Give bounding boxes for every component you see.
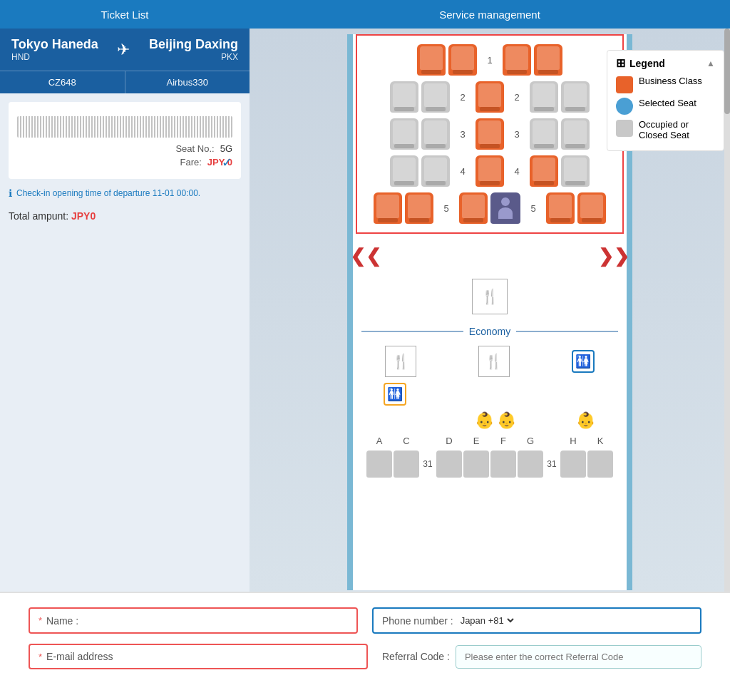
seat-3b[interactable] (421, 118, 450, 150)
seat-31e[interactable] (463, 451, 489, 478)
seat-3h[interactable] (530, 118, 558, 150)
seat-1h[interactable] (534, 44, 562, 76)
seat-31f[interactable] (490, 451, 516, 478)
seat-3g[interactable] (475, 118, 504, 150)
seat-1b[interactable] (448, 44, 477, 76)
seat-map-panel[interactable]: 1 2 2 (250, 29, 730, 592)
col-g: G (518, 436, 543, 446)
business-class-section: 1 2 2 (356, 34, 624, 234)
seat-4h[interactable] (561, 155, 590, 187)
seat-1g[interactable] (503, 44, 531, 76)
priority-icons: 👶 👶 (475, 411, 516, 430)
col-a: A (366, 436, 392, 446)
seat-row-5: 5 5 (361, 192, 618, 224)
seat-31h[interactable] (560, 451, 586, 478)
legend-box: ⊞ Legend ▲ Business Class Selected Seat … (607, 50, 724, 151)
seat-31d[interactable] (436, 451, 462, 478)
legend-gray-swatch (616, 120, 633, 137)
seat-3a[interactable] (390, 118, 418, 150)
info-icon: ℹ (9, 187, 12, 199)
exit-arrow-right-icon: ❯❯ (598, 245, 629, 267)
checkin-notice: ℹ Check-in opening time of departure 11-… (9, 187, 241, 199)
col-f: F (490, 436, 516, 446)
seat-31c[interactable] (394, 451, 419, 478)
seat-5k[interactable] (577, 192, 606, 224)
email-input[interactable] (117, 652, 358, 662)
referral-input[interactable] (456, 645, 701, 669)
seat-2h[interactable] (530, 81, 558, 113)
galley-left: 🍴 (385, 346, 416, 377)
seat-31k[interactable] (587, 451, 613, 478)
row-3-number-r: 3 (507, 129, 527, 140)
toilet-left-icon: 🚻 (387, 386, 403, 402)
seat-31g[interactable] (518, 451, 543, 478)
name-field[interactable]: * Name : (29, 607, 358, 634)
legend-selected-seat: Selected Seat (616, 98, 715, 115)
flight-info: Tokyo Haneda HND ✈ Beijing Daxing PKX (0, 29, 250, 71)
service-management-header: Service management (250, 0, 730, 29)
form-row-2: * E-mail address Referral Code : (29, 644, 701, 669)
seat-5h[interactable] (546, 192, 575, 224)
total-amount: Total ampunt: JPY0 (9, 210, 241, 222)
phone-field[interactable]: Phone number : Japan +81 (372, 607, 701, 634)
left-panel: Tokyo Haneda HND ✈ Beijing Daxing PKX CZ… (0, 29, 250, 592)
seat-2b[interactable] (421, 81, 450, 113)
flight-direction-icon: ✈ (117, 41, 130, 59)
row-5-number: 5 (436, 203, 456, 214)
row-4-number-r: 4 (507, 166, 527, 177)
name-input[interactable] (83, 615, 348, 626)
seat-2k[interactable] (561, 81, 590, 113)
legend-business-class: Business Class (616, 76, 715, 93)
economy-facilities-top: 🍴 🍴 🚻 (347, 343, 632, 380)
row-5-number-r: 5 (523, 203, 543, 214)
row-2-number: 2 (453, 92, 473, 103)
row-31-num-r: 31 (545, 459, 559, 469)
seat-5a[interactable] (374, 192, 402, 224)
scrollbar-track[interactable] (724, 29, 730, 592)
seat-31a[interactable] (366, 451, 392, 478)
email-field[interactable]: * E-mail address (29, 644, 368, 669)
tab-aircraft[interactable]: Airbus330 (125, 71, 250, 93)
seat-1a[interactable] (417, 44, 446, 76)
referral-field[interactable]: Referral Code : (382, 644, 701, 669)
seat-5e[interactable] (459, 192, 488, 224)
legend-grid-icon: ⊞ (616, 56, 625, 70)
seat-2g[interactable] (475, 81, 504, 113)
seat-row-2: 2 2 (361, 81, 618, 113)
galley-icon-center: 🍴 (472, 279, 508, 314)
seat-row-1-top: 1 (361, 44, 618, 76)
toilet-row: 🚻 (347, 380, 632, 408)
row-31-num-l: 31 (421, 459, 435, 469)
economy-divider: Economy (347, 320, 632, 343)
referral-label: Referral Code : (382, 651, 450, 662)
email-label: E-mail address (46, 651, 113, 662)
seat-4g[interactable] (530, 155, 558, 187)
toilet-right-icon: 🚻 (575, 354, 591, 369)
legend-header: ⊞ Legend ▲ (616, 56, 715, 70)
fork-knife-icon: 🍴 (481, 288, 499, 305)
seat-4e[interactable] (475, 155, 504, 187)
galley-left-icon: 🍴 (392, 353, 410, 370)
priority-row: 👶 👶 👶 (347, 408, 632, 433)
seat-4b[interactable] (421, 155, 450, 187)
seat-5b[interactable] (405, 192, 433, 224)
economy-row-31: 31 31 (347, 449, 632, 479)
selected-seat-5g[interactable] (490, 192, 520, 224)
tab-flight-number[interactable]: CZ648 (0, 71, 125, 93)
legend-occupied-seat: Occupied or Closed Seat (616, 119, 715, 140)
row-4-number: 4 (453, 166, 473, 177)
ticket-list-header: Ticket List (0, 0, 250, 29)
scrollbar-thumb[interactable] (724, 29, 730, 114)
origin-city: Tokyo Haneda HND (11, 37, 98, 62)
phone-country-select[interactable]: Japan +81 (458, 614, 516, 627)
phone-input[interactable] (520, 615, 692, 626)
seat-4a[interactable] (390, 155, 418, 187)
seat-3k[interactable] (561, 118, 590, 150)
exit-arrows-row: ❮❮ ❯❯ (347, 240, 632, 273)
col-headers: A C D E F G H K (347, 433, 632, 449)
check-icon: ✓ (222, 155, 232, 170)
legend-collapse-icon[interactable]: ▲ (706, 58, 715, 68)
seat-info: Seat No.: 5G (17, 143, 232, 154)
seat-2a[interactable] (390, 81, 418, 113)
exit-arrow-left-icon: ❮❮ (350, 245, 381, 267)
